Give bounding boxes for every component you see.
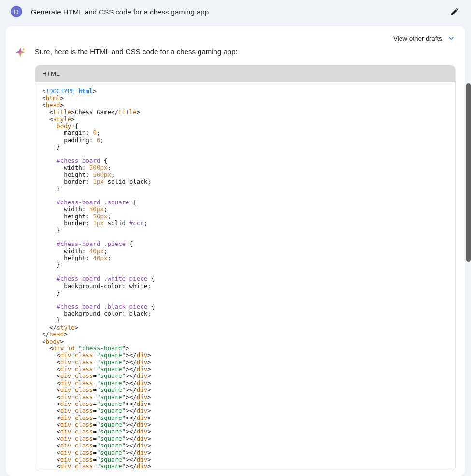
avatar-letter: D: [14, 8, 18, 15]
user-turn: D Generate HTML and CSS code for a chess…: [6, 0, 465, 26]
chevron-down-icon[interactable]: [447, 34, 456, 43]
edit-icon[interactable]: [449, 6, 460, 17]
drafts-row: View other drafts: [6, 34, 465, 46]
intro-row: Sure, here is the HTML and CSS code for …: [6, 46, 465, 65]
view-drafts-link[interactable]: View other drafts: [393, 35, 442, 42]
user-avatar: D: [11, 6, 22, 17]
user-prompt-text: Generate HTML and CSS code for a chess g…: [31, 8, 449, 16]
response-intro: Sure, here is the HTML and CSS code for …: [35, 46, 238, 56]
sparkle-icon: [14, 46, 26, 58]
code-lang-label: HTML: [35, 65, 455, 82]
scrollbar-track[interactable]: [466, 0, 471, 476]
code-block: HTML <!DOCTYPE html> <html> <head> <titl…: [35, 65, 456, 471]
code-content: <!DOCTYPE html> <html> <head> <title>Che…: [35, 82, 455, 471]
response-card: View other drafts: [6, 26, 465, 476]
scrollbar-thumb[interactable]: [466, 83, 471, 262]
